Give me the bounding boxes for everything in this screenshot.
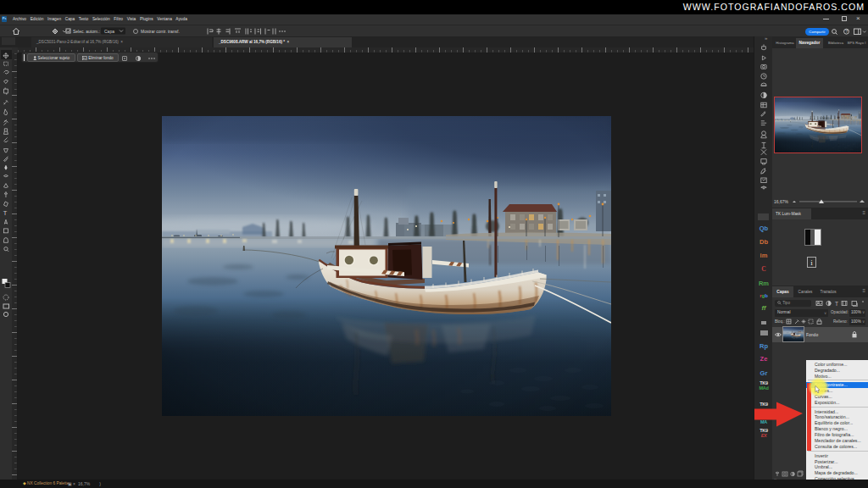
svg-text:?: ? — [845, 29, 848, 34]
svg-text:T: T — [835, 301, 838, 307]
svg-text:Capa: Capa — [104, 29, 114, 34]
svg-text:Selec. autom.:: Selec. autom.: — [73, 29, 100, 34]
svg-text:Mostrar contr. transf.: Mostrar contr. transf. — [141, 29, 180, 34]
svg-text:T: T — [3, 209, 8, 217]
